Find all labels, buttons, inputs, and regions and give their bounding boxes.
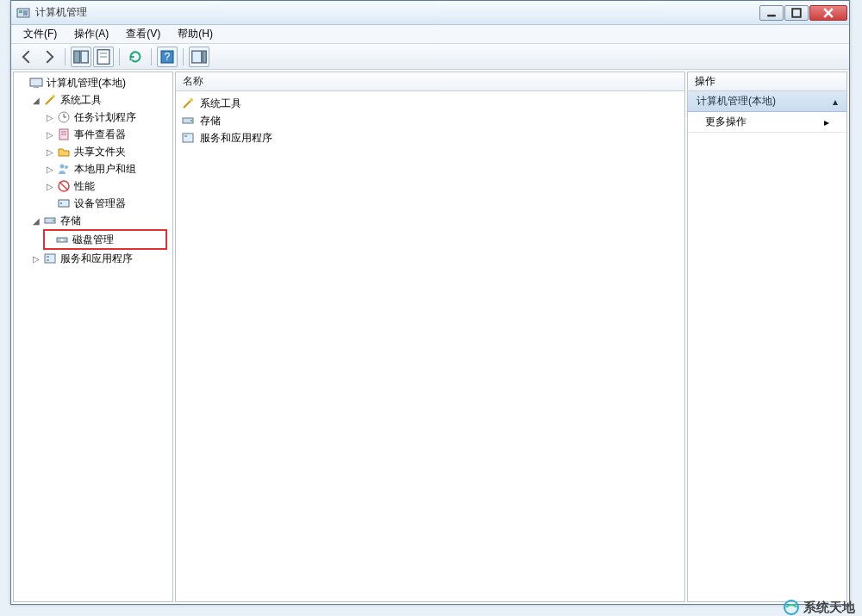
expand-toggle-icon[interactable]: ▷ [31, 254, 41, 264]
collapse-toggle-icon[interactable]: ◢ [31, 96, 41, 105]
tree-label: 本地用户和组 [74, 162, 136, 177]
list-item-services-apps[interactable]: 服务和应用程序 [181, 129, 679, 146]
disk-icon [55, 233, 69, 246]
actions-more-label: 更多操作 [705, 115, 746, 129]
show-hide-tree-button[interactable] [71, 47, 91, 67]
tree-device-manager[interactable]: 设备管理器 [14, 195, 172, 212]
computer-management-window: 计算机管理 文件(F) 操作(A) 查看(V) 帮助(H) ? [10, 0, 850, 605]
svg-point-30 [60, 202, 62, 204]
tree-local-users[interactable]: ▷ 本地用户和组 [14, 160, 172, 177]
collapse-toggle-icon[interactable]: ◢ [31, 216, 41, 226]
expand-toggle-icon[interactable]: ▷ [45, 165, 55, 174]
svg-rect-42 [184, 135, 187, 137]
tree-performance[interactable]: ▷ 性能 [14, 177, 172, 195]
svg-rect-2 [23, 10, 28, 16]
window-controls [759, 5, 847, 21]
services-icon [181, 131, 195, 145]
tree-shared-folders[interactable]: ▷ 共享文件夹 [14, 143, 172, 160]
actions-header: 操作 [688, 72, 846, 91]
navigation-tree-pane: 计算机管理(本地) ◢ 系统工具 ▷ 任务计划程序 ▷ 事件查看器 [13, 72, 173, 602]
tree-label: 计算机管理(本地) [47, 76, 126, 90]
tree-label: 磁盘管理 [72, 233, 114, 247]
svg-point-34 [61, 239, 64, 241]
minimize-button[interactable] [759, 5, 784, 21]
list-item-system-tools[interactable]: 系统工具 [181, 95, 679, 112]
services-icon [43, 252, 57, 265]
svg-rect-29 [59, 200, 69, 207]
svg-rect-16 [30, 78, 42, 86]
maximize-button[interactable] [784, 5, 809, 21]
titlebar[interactable]: 计算机管理 [11, 1, 849, 25]
refresh-button[interactable] [125, 47, 146, 67]
back-button[interactable] [16, 47, 37, 67]
chevron-right-icon: ▸ [824, 116, 829, 128]
tools-icon [43, 93, 57, 107]
svg-rect-15 [203, 51, 206, 63]
close-button[interactable] [809, 5, 847, 21]
svg-point-18 [52, 95, 55, 98]
svg-point-26 [65, 165, 68, 169]
svg-rect-8 [81, 51, 88, 63]
tree-disk-management-highlight: 磁盘管理 [43, 229, 167, 250]
clock-icon [57, 110, 71, 124]
show-hide-action-pane-button[interactable] [189, 47, 209, 67]
globe-icon [783, 599, 800, 616]
menu-view[interactable]: 查看(V) [117, 25, 169, 43]
expand-toggle-icon[interactable]: ▷ [45, 182, 55, 191]
list-header-name[interactable]: 名称 [176, 72, 684, 91]
tree-label: 性能 [74, 179, 95, 194]
svg-rect-36 [47, 256, 49, 258]
help-button[interactable]: ? [157, 47, 178, 67]
tree-task-scheduler[interactable]: ▷ 任务计划程序 [14, 109, 172, 126]
actions-group[interactable]: 计算机管理(本地) ▴ [688, 91, 846, 112]
shared-folder-icon [57, 145, 71, 159]
svg-rect-35 [45, 254, 55, 263]
svg-point-40 [191, 120, 192, 121]
properties-button[interactable] [93, 47, 114, 67]
svg-point-32 [53, 220, 54, 221]
tree-system-tools[interactable]: ◢ 系统工具 [14, 91, 172, 109]
toolbar-separator [65, 48, 66, 65]
tree-services-apps[interactable]: ▷ 服务和应用程序 [14, 250, 172, 267]
tree-storage[interactable]: ◢ 存储 [14, 212, 172, 229]
list-item-label: 存储 [200, 114, 221, 128]
tree-label: 系统工具 [60, 93, 102, 108]
svg-rect-17 [34, 86, 39, 88]
actions-more[interactable]: 更多操作 ▸ [688, 112, 846, 133]
menu-file[interactable]: 文件(F) [15, 25, 66, 43]
svg-rect-7 [74, 51, 80, 63]
tree-label: 设备管理器 [74, 196, 126, 211]
svg-rect-37 [47, 259, 49, 261]
svg-rect-1 [19, 10, 22, 13]
expand-toggle-icon[interactable]: ▷ [45, 130, 55, 140]
menubar: 文件(F) 操作(A) 查看(V) 帮助(H) [11, 25, 849, 44]
toolbar-separator [119, 48, 120, 65]
tree-root[interactable]: 计算机管理(本地) [14, 74, 172, 91]
forward-button[interactable] [39, 47, 59, 67]
event-log-icon [57, 128, 71, 141]
menu-help[interactable]: 帮助(H) [169, 25, 222, 43]
content-pane: 名称 系统工具 存储 服务和应用程序 [175, 72, 685, 602]
window-title: 计算机管理 [35, 5, 759, 20]
tree-disk-management[interactable]: 磁盘管理 [45, 231, 166, 248]
toolbar-separator [151, 48, 152, 65]
menu-action[interactable]: 操作(A) [66, 25, 117, 43]
list-item-storage[interactable]: 存储 [181, 112, 679, 129]
tree-label: 存储 [60, 214, 81, 228]
list-item-label: 系统工具 [200, 96, 241, 111]
users-icon [57, 162, 71, 176]
watermark-text: 系统天地 [803, 600, 855, 616]
storage-icon [43, 214, 57, 227]
toolbar-separator [183, 48, 184, 65]
expand-toggle-icon[interactable]: ▷ [45, 147, 55, 157]
tree-label: 事件查看器 [74, 128, 126, 142]
watermark: 系统天地 [783, 599, 855, 616]
svg-rect-4 [792, 9, 801, 17]
actions-pane: 操作 计算机管理(本地) ▴ 更多操作 ▸ [687, 72, 847, 602]
performance-icon [57, 179, 71, 193]
body-area: 计算机管理(本地) ◢ 系统工具 ▷ 任务计划程序 ▷ 事件查看器 [11, 70, 849, 604]
expand-toggle-icon[interactable]: ▷ [45, 113, 55, 122]
storage-icon [181, 114, 195, 128]
tree-event-viewer[interactable]: ▷ 事件查看器 [14, 126, 172, 143]
list-item-label: 服务和应用程序 [200, 131, 272, 146]
